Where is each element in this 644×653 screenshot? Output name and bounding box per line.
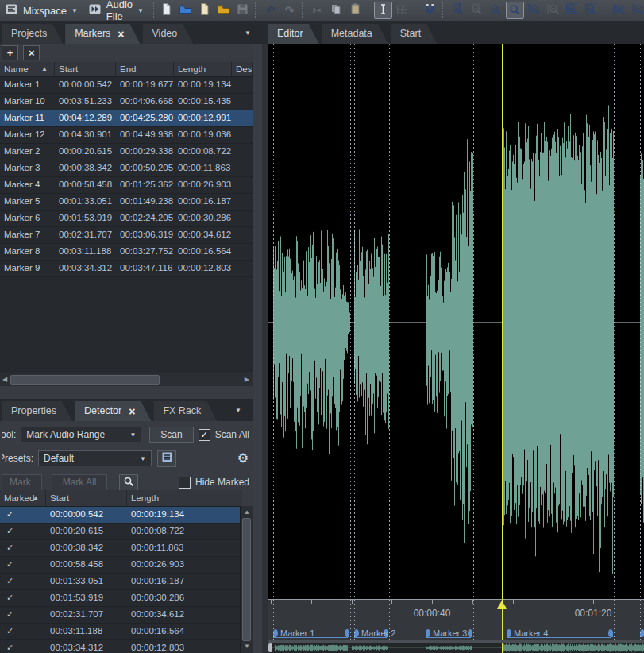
v-scrollbar-thumb[interactable] [242, 518, 251, 641]
column-header-start[interactable]: Start [46, 490, 127, 506]
table-row[interactable]: Marker 1100:04:12.28900:04:25.28000:00:1… [0, 110, 253, 127]
tab-editor[interactable]: Editor [268, 24, 319, 44]
close-tab-icon[interactable]: × [118, 29, 124, 40]
add-marker-button[interactable]: + [2, 45, 18, 60]
table-row[interactable]: Marker 400:00:58.45800:01:25.36200:00:26… [0, 177, 253, 194]
close-tab-icon[interactable]: × [129, 406, 135, 417]
overview-handle[interactable] [268, 643, 272, 652]
marker-strip-label[interactable]: Marker 3 [433, 628, 467, 638]
save-button[interactable] [233, 2, 252, 19]
snap-button[interactable] [421, 2, 439, 19]
edit-tool-button[interactable] [374, 2, 392, 19]
marker-end-flag-icon[interactable] [608, 629, 613, 637]
column-header-length[interactable]: Length [174, 62, 232, 76]
tab-properties[interactable]: Properties [2, 401, 72, 421]
zoom-in-level-button[interactable] [525, 2, 543, 19]
scroll-right-icon[interactable]: ▶ [245, 375, 249, 384]
tab-metadata[interactable]: Metadata [322, 24, 388, 44]
marker-end-flag-icon[interactable] [468, 629, 472, 637]
zoom-out-time-button[interactable] [468, 2, 486, 19]
delete-marker-button[interactable]: × [23, 45, 40, 60]
table-row[interactable]: Marker 300:00:38.34200:00:50.20500:00:11… [0, 160, 253, 177]
table-row[interactable]: ✓00:00:00.54200:00:19.134 [0, 507, 242, 524]
table-row[interactable]: Marker 100:00:00.54200:00:19.67700:00:19… [0, 77, 253, 94]
scroll-down-icon[interactable]: ▼ [244, 642, 250, 651]
tab-overflow-caret-icon[interactable]: ▼ [245, 29, 251, 37]
open-file-button[interactable] [176, 2, 195, 19]
marker-strip[interactable]: Marker 1Marker 2Marker 3Marker 4 [268, 628, 644, 640]
zoom-in-time-button[interactable] [449, 2, 467, 19]
detector-v-scrollbar[interactable]: ▲ ▼ [240, 506, 253, 653]
timeline-ruler[interactable]: 00:00:4000:01:20 [268, 599, 644, 628]
table-row[interactable]: ✓00:00:58.45800:00:26.903 [0, 557, 242, 574]
marker-start-flag-icon[interactable] [426, 629, 430, 637]
table-row[interactable]: Marker 700:02:31.70700:03:06.31900:00:34… [0, 227, 253, 244]
tab-projects[interactable]: Projects [2, 24, 63, 44]
marker-start-flag-icon[interactable] [640, 629, 644, 637]
marker-end-flag-icon[interactable] [345, 629, 349, 637]
tab-fx-rack[interactable]: FX Rack [153, 401, 217, 421]
marker-strip-label[interactable]: Marker 4 [514, 628, 548, 638]
envelope-tool-button[interactable] [393, 2, 411, 19]
mixspace-menu[interactable]: Mixspace ▼ [2, 1, 84, 20]
new-project-button[interactable] [195, 2, 214, 19]
table-row[interactable]: Marker 600:01:53.91900:02:24.20500:00:30… [0, 211, 253, 227]
search-button[interactable] [119, 474, 138, 491]
preset-list-button[interactable] [157, 450, 176, 467]
scan-button[interactable]: Scan [149, 427, 193, 443]
tab-video[interactable]: Video [143, 24, 194, 44]
table-row[interactable]: Marker 1200:04:30.90100:04:49.93800:00:1… [0, 127, 253, 144]
marker-start-flag-icon[interactable] [273, 629, 278, 637]
zoom-edge-in-button[interactable] [610, 2, 628, 19]
column-header-end[interactable]: End [116, 62, 174, 76]
marker-start-flag-icon[interactable] [354, 629, 359, 637]
new-file-button[interactable] [157, 2, 175, 19]
marker-strip-label[interactable]: Marker 1 [280, 628, 314, 638]
markers-h-scrollbar[interactable]: ◀ ▶ [0, 373, 253, 386]
paste-button[interactable] [346, 2, 364, 19]
h-scrollbar-thumb[interactable] [10, 375, 160, 385]
audio-file-menu[interactable]: Audio File ▼ [85, 0, 150, 24]
mark-button[interactable]: Mark [2, 474, 42, 491]
gear-icon[interactable]: ⚙ [237, 452, 249, 465]
table-row[interactable]: ✓00:02:31.70700:00:34.612 [0, 607, 242, 624]
table-row[interactable]: ✓00:00:38.34200:00:11.863 [0, 540, 242, 557]
hide-marked-checkbox[interactable] [179, 477, 191, 489]
column-header-name[interactable]: Name▲ [0, 62, 55, 76]
table-row[interactable]: Marker 500:01:33.05100:01:49.23800:00:16… [0, 194, 253, 211]
tab-overflow-caret-icon[interactable]: ▼ [235, 407, 241, 414]
column-header-des[interactable]: Des [232, 62, 253, 76]
column-header-length[interactable]: Length [127, 490, 226, 506]
zoom-out-level-button[interactable] [544, 2, 562, 19]
column-header-marked[interactable]: Marked▲ [0, 490, 46, 506]
tab-markers[interactable]: Markers× [65, 24, 140, 44]
overview-bar[interactable] [268, 643, 644, 653]
marker-start-flag-icon[interactable] [507, 629, 511, 637]
open-project-button[interactable] [214, 2, 233, 19]
playhead-cursor[interactable] [497, 601, 507, 609]
zoom-selection-button[interactable] [506, 2, 524, 19]
undo-button[interactable]: ↶ [261, 2, 280, 19]
waveform-display[interactable] [268, 44, 644, 599]
tab-start[interactable]: Start [391, 24, 437, 44]
table-row[interactable]: ✓00:01:53.91900:00:30.286 [0, 590, 242, 607]
zoom-window-out-button[interactable] [582, 2, 600, 19]
mark-all-button[interactable]: Mark All [52, 474, 108, 491]
cut-button[interactable]: ✂ [308, 2, 326, 19]
table-row[interactable]: Marker 200:00:20.61500:00:29.33800:00:08… [0, 144, 253, 160]
table-row[interactable]: Marker 800:03:11.18800:03:27.75200:00:16… [0, 244, 253, 261]
scroll-up-icon[interactable]: ▲ [244, 508, 250, 517]
redo-button[interactable]: ↷ [280, 2, 299, 19]
column-header-start[interactable]: Start [55, 62, 116, 76]
zoom-out-button[interactable] [487, 2, 505, 19]
table-row[interactable]: ✓00:03:34.31200:00:12.803 [0, 640, 242, 653]
table-row[interactable]: ✓00:00:20.61500:00:08.722 [0, 524, 242, 540]
marker-strip-label[interactable]: Marker 2 [361, 628, 395, 638]
table-row[interactable]: Marker 900:03:34.31200:03:47.11600:00:12… [0, 261, 253, 277]
table-row[interactable]: ✓00:03:11.18800:00:16.564 [0, 624, 242, 640]
scroll-left-icon[interactable]: ◀ [2, 375, 7, 384]
zoom-edge-out-button[interactable] [629, 2, 644, 19]
table-row[interactable]: ✓00:01:33.05100:00:16.187 [0, 574, 242, 590]
table-row[interactable]: Marker 1000:03:51.23300:04:06.66800:00:1… [0, 94, 253, 110]
tool-select[interactable]: Mark Audio Range ▼ [21, 427, 141, 442]
